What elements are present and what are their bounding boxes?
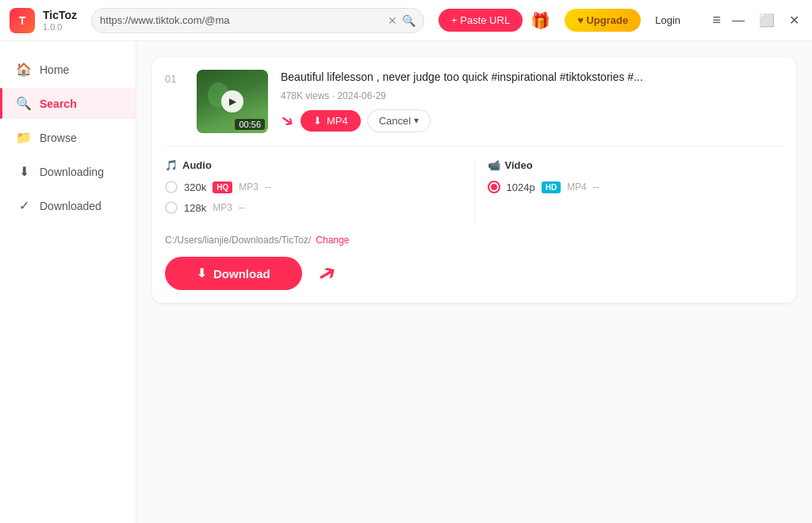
download-btn-row: ⬇ Download ➔ [165,257,783,290]
app-logo-text: T [19,14,26,27]
sidebar-item-home-label: Home [40,63,69,76]
app-logo: T [10,8,35,33]
app-name: TicToz [43,9,77,22]
browse-icon: 📁 [16,130,32,145]
sidebar-item-browse-label: Browse [40,132,77,144]
options-section: 🎵 Audio 320k HQ MP3 -- 128k MP3 - [165,146,783,222]
audio-128k-row[interactable]: 128k MP3 -- [165,201,462,214]
audio-320k-format: MP3 [239,181,259,193]
video-views: 478K views [281,90,329,101]
url-value: https://www.tiktok.com/@ma [100,14,383,26]
video-meta: 478K views · 2024-06-29 [281,90,783,101]
download-icon-small: ⬇ [313,115,322,127]
download-button[interactable]: ⬇ Download [165,257,302,290]
cancel-label: Cancel [379,115,411,127]
video-1024p-radio[interactable] [488,181,500,193]
download-path: C:/Users/lianjie/Downloads/TicToz/ [165,235,311,246]
video-1024p-extra: -- [593,181,599,193]
video-options-col: 📹 Video 1024p HD MP4 -- [488,159,784,222]
sidebar-item-downloading[interactable]: ⬇ Downloading [0,156,136,187]
login-button[interactable]: Login [655,14,680,26]
sidebar: 🏠 Home 🔍 Search 📁 Browse ⬇ Downloading ✓… [0,41,136,523]
video-thumbnail: ▶ 00:56 [197,70,268,133]
video-date: 2024-06-29 [337,90,385,101]
paste-url-button[interactable]: + Paste URL [439,9,523,32]
video-card: 01 ▶ 00:56 Beautiful lifelesson , never … [152,57,796,303]
audio-128k-label: 128k [184,202,206,214]
downloaded-icon: ✓ [16,198,32,213]
video-index: 01 [165,70,184,85]
url-search-icon[interactable]: 🔍 [402,14,416,27]
content-area: 01 ▶ 00:56 Beautiful lifelesson , never … [136,41,812,523]
gift-icon[interactable]: 🎁 [530,11,550,30]
options-divider [474,159,475,222]
downloading-icon: ⬇ [16,164,32,179]
video-1024p-format: MP4 [567,181,587,193]
format-label: MP4 [327,115,348,127]
window-controls: ≡ — ⬜ ✕ [712,10,802,31]
change-path-link[interactable]: Change [316,235,349,246]
audio-options-col: 🎵 Audio 320k HQ MP3 -- 128k MP3 - [165,159,462,222]
sidebar-item-search[interactable]: 🔍 Search [0,88,136,119]
audio-title: 🎵 Audio [165,159,462,171]
video-title: Beautiful lifelesson , never judge too q… [281,70,783,86]
video-info: Beautiful lifelesson , never judge too q… [281,70,783,132]
play-button[interactable]: ▶ [221,90,243,113]
upgrade-label: ♥ Upgrade [577,14,628,26]
sidebar-item-search-label: Search [40,97,77,110]
format-arrow-hint: ➔ [277,109,299,132]
url-clear-icon[interactable]: ✕ [388,14,397,27]
video-icon: 📹 [488,159,500,171]
audio-320k-row[interactable]: 320k HQ MP3 -- [165,181,462,193]
audio-128k-radio[interactable] [165,201,178,214]
hd-badge: HD [542,181,561,193]
cancel-button[interactable]: Cancel ▾ [367,109,431,132]
download-arrow-hint: ➔ [312,258,341,289]
audio-320k-radio[interactable] [165,181,178,193]
sidebar-item-home[interactable]: 🏠 Home [0,54,136,85]
audio-128k-extra: -- [239,202,245,213]
video-title-label: 📹 Video [488,159,784,171]
audio-320k-extra: -- [265,181,271,193]
upgrade-button[interactable]: ♥ Upgrade [565,9,641,32]
audio-icon: 🎵 [165,159,178,171]
login-label: Login [655,14,680,26]
format-mp4-button[interactable]: ⬇ MP4 [301,110,361,132]
sidebar-item-downloading-label: Downloading [40,166,104,178]
download-btn-icon: ⬇ [197,266,207,281]
url-bar[interactable]: https://www.tiktok.com/@ma ✕ 🔍 [91,8,424,33]
audio-128k-format: MP3 [213,202,232,213]
main-layout: 🏠 Home 🔍 Search 📁 Browse ⬇ Downloading ✓… [0,41,812,523]
audio-320k-label: 320k [184,181,206,193]
chevron-down-icon: ▾ [414,115,419,126]
duration-badge: 00:56 [235,119,265,130]
close-button[interactable]: ✕ [786,10,802,31]
menu-button[interactable]: ≡ [712,12,721,29]
minimize-button[interactable]: — [729,10,748,31]
app-version: 1.0.0 [43,22,77,32]
sidebar-item-downloaded-label: Downloaded [40,200,102,212]
video-1024p-label: 1024p [507,181,535,193]
app-name-block: TicToz 1.0.0 [43,9,77,32]
format-selector: ➔ ⬇ MP4 Cancel ▾ [281,109,783,132]
sidebar-item-downloaded[interactable]: ✓ Downloaded [0,190,136,221]
sidebar-item-browse[interactable]: 📁 Browse [0,122,136,153]
paste-url-label: + Paste URL [451,14,510,26]
video-row: 01 ▶ 00:56 Beautiful lifelesson , never … [165,70,783,133]
download-btn-label: Download [213,267,270,281]
hq-badge: HQ [213,181,232,193]
titlebar: T TicToz 1.0.0 https://www.tiktok.com/@m… [0,0,812,41]
maximize-button[interactable]: ⬜ [756,10,778,31]
video-1024p-row[interactable]: 1024p HD MP4 -- [488,181,784,193]
home-icon: 🏠 [16,62,32,77]
search-icon: 🔍 [16,96,32,111]
download-path-row: C:/Users/lianjie/Downloads/TicToz/ Chang… [165,235,783,246]
